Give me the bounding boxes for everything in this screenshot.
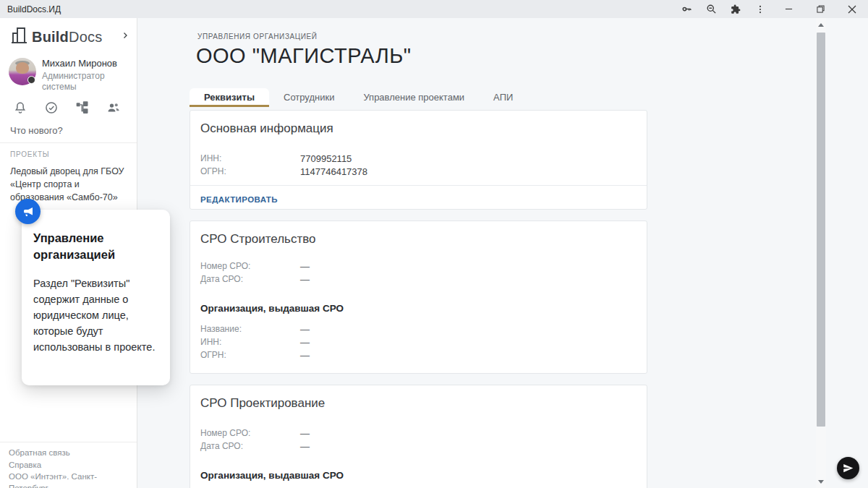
titlebar-controls (674, 0, 868, 18)
card-basic-info-title: Основная информация (190, 111, 647, 136)
org-structure-icon[interactable] (74, 99, 91, 116)
tab-upravlenie-proektami[interactable]: Управление проектами (349, 88, 479, 107)
tab-rekvizity[interactable]: Реквизиты (190, 88, 269, 107)
check-circle-icon[interactable] (43, 99, 60, 116)
row-org-inn-value: — (300, 337, 310, 348)
window-titlebar: BuildDocs.ИД (0, 0, 868, 18)
main-content: УПРАВЛЕНИЯ ОРГАНИЗАЦИЕЙ ООО "МАГИСТРАЛЬ"… (137, 18, 868, 488)
card-sro-design-title: СРО Проектирование (190, 385, 647, 411)
bell-icon[interactable] (12, 99, 29, 116)
tooltip-title: Управление организацией (33, 230, 158, 263)
megaphone-icon (15, 199, 41, 224)
chevron-right-icon[interactable] (121, 30, 129, 43)
edit-button[interactable]: РЕДАКТИРОВАТЬ (200, 195, 278, 204)
sidebar-footer: Обратная связь Справка ООО «Интэнт». Сан… (0, 442, 137, 488)
row-sro-design-date-label: Дата СРО: (200, 441, 300, 452)
feedback-link[interactable]: Обратная связь (9, 448, 128, 459)
row-ogrn-value: 1147746417378 (300, 166, 367, 177)
row-sro-number-value: — (300, 261, 310, 272)
row-sro-design-date: Дата СРО: — (190, 440, 647, 453)
tab-bar: Реквизиты Сотрудники Управление проектам… (190, 87, 527, 107)
row-sro-design-date-value: — (300, 441, 310, 452)
row-inn-label: ИНН: (200, 153, 300, 164)
row-inn: ИНН: 7709952115 (190, 152, 647, 165)
row-inn-value: 7709952115 (300, 153, 352, 164)
tab-api[interactable]: АПИ (479, 88, 527, 107)
user-name: Михаил Миронов (42, 58, 130, 69)
close-icon[interactable] (836, 0, 868, 18)
user-role: Администратор системы (42, 71, 107, 93)
page-title: ООО "МАГИСТРАЛЬ" (196, 44, 412, 68)
help-link[interactable]: Справка (9, 460, 128, 471)
key-icon[interactable] (674, 0, 699, 18)
cards-column: Основная информация ИНН: 7709952115 ОГРН… (190, 110, 647, 488)
company-credit: ООО «Интэнт». Санкт-Петербург (9, 471, 128, 488)
whats-new-link[interactable]: Что нового? (10, 125, 63, 136)
card-sro-construction: СРО Строительство Номер СРО: — Дата СРО:… (190, 221, 647, 374)
app-logo: BuildDocs (10, 26, 102, 48)
row-org-ogrn-value: — (300, 350, 310, 361)
row-org-inn: ИНН: — (190, 335, 647, 348)
zoom-out-icon[interactable] (699, 0, 723, 18)
users-icon[interactable] (105, 99, 122, 116)
row-sro-design-number-value: — (300, 428, 310, 439)
row-org-ogrn: ОГРН: — (190, 348, 647, 361)
buildings-icon (10, 26, 27, 48)
row-sro-design-number: Номер СРО: — (190, 427, 647, 440)
tooltip-body: Раздел "Реквизиты" содержит данные о юри… (33, 275, 158, 355)
logo-bold: Build (32, 29, 69, 45)
scroll-down-arrow[interactable] (816, 476, 826, 487)
row-org-name-value: — (300, 324, 310, 335)
row-sro-design-number-label: Номер СРО: (200, 428, 300, 439)
kebab-menu-icon[interactable] (748, 0, 773, 18)
tab-sotrudniki[interactable]: Сотрудники (269, 88, 349, 107)
card-basic-info: Основная информация ИНН: 7709952115 ОГРН… (190, 110, 647, 210)
telegram-fab-button[interactable] (837, 457, 859, 479)
row-org-ogrn-label: ОГРН: (200, 350, 300, 361)
vertical-scrollbar (816, 18, 826, 488)
row-sro-date: Дата СРО: — (190, 273, 647, 286)
app-logo-text: BuildDocs (32, 29, 102, 46)
breadcrumb: УПРАВЛЕНИЯ ОРГАНИЗАЦИЕЙ (197, 33, 318, 40)
avatar-status-badge (27, 76, 35, 84)
scrollbar-thumb[interactable] (817, 33, 825, 427)
issuing-org-subheading: Организация, выдавшая СРО (190, 303, 647, 314)
row-ogrn-label: ОГРН: (200, 166, 300, 177)
row-ogrn: ОГРН: 1147746417378 (190, 165, 647, 178)
row-sro-number: Номер СРО: — (190, 260, 647, 273)
window-title: BuildDocs.ИД (7, 4, 61, 14)
row-sro-date-label: Дата СРО: (200, 274, 300, 285)
row-org-inn-label: ИНН: (200, 337, 300, 348)
minimize-icon[interactable] (773, 0, 804, 18)
restore-icon[interactable] (804, 0, 836, 18)
row-org-name-label: Название: (200, 324, 300, 335)
sidebar-divider (0, 142, 137, 143)
projects-section-label: ПРОЕКТЫ (10, 150, 49, 158)
row-org-name: Название: — (190, 322, 647, 335)
card-sro-construction-title: СРО Строительство (190, 221, 647, 247)
logo-light: Docs (69, 29, 102, 45)
scroll-up-arrow[interactable] (816, 20, 826, 30)
issuing-org-subheading-design: Организация, выдавшая СРО (190, 470, 647, 481)
sidebar-nav-icons (12, 99, 122, 116)
onboarding-tooltip: Управление организацией Раздел "Реквизит… (22, 210, 170, 385)
card-action-bar: РЕДАКТИРОВАТЬ (190, 185, 647, 213)
extensions-icon[interactable] (723, 0, 748, 18)
row-sro-number-label: Номер СРО: (200, 261, 300, 272)
user-profile[interactable]: Михаил Миронов Администратор системы (9, 58, 130, 93)
card-sro-design: СРО Проектирование Номер СРО: — Дата СРО… (190, 385, 647, 488)
row-sro-date-value: — (300, 274, 310, 285)
